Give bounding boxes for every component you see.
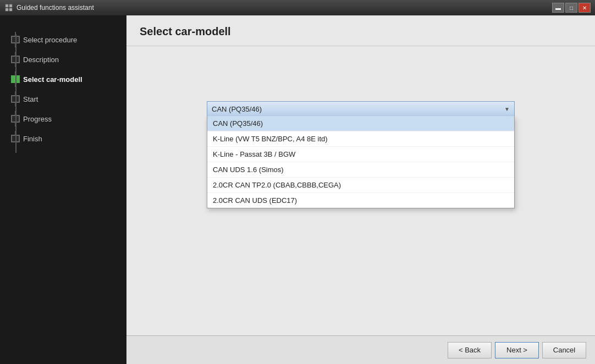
car-model-dropdown[interactable]: CAN (PQ35/46) ▼ [207, 101, 515, 117]
sidebar: Select procedure Description Select car-… [0, 15, 126, 364]
footer: < Back Next > Cancel [126, 335, 595, 364]
dropdown-option-1[interactable]: K-Line (VW T5 BNZ/BPC, A4 8E itd) [207, 131, 514, 147]
dropdown-selected-value: CAN (PQ35/46) [212, 105, 262, 113]
dropdown-option-5[interactable]: 2.0CR CAN UDS (EDC17) [207, 193, 514, 208]
dropdown-option-3[interactable]: CAN UDS 1.6 (Simos) [207, 162, 514, 178]
title-bar: Guided functions assistant ▬ □ ✕ [0, 0, 595, 15]
dropdown-area: CAN (PQ35/46) ▼ CAN (PQ35/46) K-Line (VW… [207, 101, 515, 117]
car-model-dropdown-wrapper: CAN (PQ35/46) ▼ CAN (PQ35/46) K-Line (VW… [207, 101, 515, 117]
window-body: Select procedure Description Select car-… [0, 15, 595, 364]
app-icon [4, 3, 13, 12]
content-body: CAN (PQ35/46) ▼ CAN (PQ35/46) K-Line (VW… [126, 46, 595, 335]
content-area: Select car-modell CAN (PQ35/46) ▼ CAN (P… [126, 15, 595, 364]
close-button[interactable]: ✕ [579, 3, 591, 13]
sidebar-label-select-procedure: Select procedure [23, 36, 77, 44]
maximize-button[interactable]: □ [565, 3, 577, 13]
minimize-button[interactable]: ▬ [552, 3, 564, 13]
sidebar-label-select-car-modell: Select car-modell [23, 75, 82, 84]
title-bar-left: Guided functions assistant [4, 3, 94, 12]
dropdown-option-2[interactable]: K-Line - Passat 3B / BGW [207, 147, 514, 162]
window-controls: ▬ □ ✕ [552, 3, 591, 13]
svg-rect-2 [5, 8, 8, 11]
sidebar-label-start: Start [23, 95, 38, 103]
window-title: Guided functions assistant [16, 4, 94, 12]
tree-lines-svg [12, 34, 23, 153]
svg-rect-1 [9, 4, 12, 7]
page-title: Select car-modell [140, 25, 231, 37]
sidebar-label-progress: Progress [23, 115, 52, 123]
dropdown-option-4[interactable]: 2.0CR CAN TP2.0 (CBAB,CBBB,CEGA) [207, 178, 514, 193]
cancel-button[interactable]: Cancel [542, 342, 586, 359]
dropdown-option-0[interactable]: CAN (PQ35/46) [207, 116, 514, 131]
chevron-down-icon: ▼ [504, 106, 510, 112]
sidebar-label-description: Description [23, 56, 59, 64]
next-button[interactable]: Next > [495, 342, 539, 359]
content-header: Select car-modell [126, 15, 595, 46]
sidebar-label-finish: Finish [23, 135, 42, 143]
back-button[interactable]: < Back [448, 342, 492, 359]
svg-rect-0 [5, 4, 8, 7]
dropdown-options-list: CAN (PQ35/46) K-Line (VW T5 BNZ/BPC, A4 … [207, 116, 515, 208]
svg-rect-3 [9, 8, 12, 11]
